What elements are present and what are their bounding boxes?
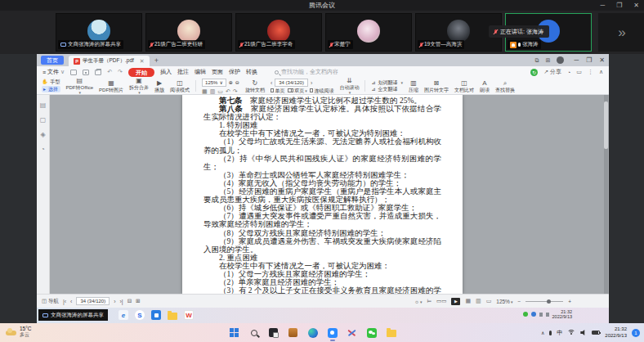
video-thumbnail-screenshare[interactable]: 文商张海涛的屏幕共享 (56, 13, 142, 52)
read-mode-button[interactable]: ◫阅读模式 (170, 79, 190, 92)
ribbon-tab-protect[interactable]: 保护 (229, 68, 240, 76)
zoom-select[interactable]: 125% ∨ (202, 79, 226, 87)
attachment-panel-icon[interactable]: ◔ (41, 146, 45, 153)
next-page-icon[interactable]: › (311, 80, 312, 86)
prev-page-icon[interactable]: ‹ (271, 80, 272, 86)
video-thumbnail[interactable]: 21级广告二班李宇奇 (235, 13, 322, 52)
prev-page-icon[interactable]: ‹ (70, 299, 72, 304)
double-page-button[interactable]: 双页 (288, 88, 307, 93)
page-layout-icon[interactable]: ▭▭ (436, 298, 446, 304)
collapse-videos-button[interactable]: » (598, 13, 644, 52)
more-icon[interactable]: ⋮ (588, 69, 593, 75)
page-indicator-field[interactable]: 34 (34/120) (76, 297, 110, 305)
notification-badge[interactable]: 1 (632, 329, 640, 337)
account-avatar[interactable] (557, 56, 564, 64)
fit-width-icon[interactable]: ▥ (210, 88, 216, 94)
pic-to-text-button[interactable]: ⊠图片转文字 (424, 79, 449, 92)
annotation-panel-icon[interactable]: ◈ (40, 131, 45, 138)
search-button[interactable] (248, 327, 259, 338)
start-button[interactable] (229, 327, 239, 338)
folder-icon[interactable] (168, 313, 177, 320)
wps-restore-icon[interactable]: ❐ (586, 56, 592, 64)
ribbon-tab-edit[interactable]: 编辑 (195, 68, 206, 76)
new-tab-button[interactable]: + (154, 56, 159, 65)
vertical-scrollbar[interactable] (604, 95, 608, 294)
bookmark-panel-icon[interactable]: ▢ (40, 116, 47, 124)
hand-mode-icon[interactable]: ⊨ (427, 298, 432, 304)
undo-icon[interactable]: ↶ (107, 69, 112, 75)
compress-button[interactable]: ▥压缩 (409, 79, 418, 92)
actual-size-icon[interactable]: ▭ (217, 88, 223, 94)
fit-page-icon[interactable]: ▦ (202, 88, 208, 94)
app-icon-box[interactable] (288, 327, 298, 338)
minimize-icon[interactable]: ─ (600, 2, 605, 9)
find-replace-button[interactable]: ⌕查找替换 (495, 79, 515, 92)
zoom-in-icon[interactable]: ⊕ (229, 80, 233, 85)
forward-location-icon[interactable]: ⊞ (136, 298, 140, 304)
tab-close-icon[interactable]: ✕ (140, 58, 145, 65)
file-menu[interactable]: ≡ 文件 ∨ (42, 68, 65, 76)
tencent-meeting-icon[interactable] (327, 327, 338, 338)
tray-icon[interactable] (546, 313, 549, 317)
close-icon[interactable]: ✕ (633, 2, 639, 9)
tray-mic-icon[interactable] (549, 331, 552, 335)
doc-compare-button[interactable]: ◫文档比对 (454, 79, 474, 92)
browser-s-icon[interactable]: S (135, 310, 145, 320)
last-page-icon[interactable]: ›| (120, 299, 123, 304)
rotate-right-icon[interactable]: ↷ (233, 88, 238, 94)
open-icon[interactable] (70, 70, 77, 75)
first-page-icon[interactable]: |‹ (63, 299, 66, 304)
file-explorer-icon[interactable] (386, 327, 396, 338)
wps-close-icon[interactable]: ✕ (599, 56, 605, 64)
zoom-minus-icon[interactable]: − (517, 299, 521, 304)
ribbon-tab-insert[interactable]: 插入 (160, 68, 172, 76)
snip-tool-icon[interactable] (347, 327, 357, 338)
pdf-to-image-button[interactable]: ▦PDF转图片 (99, 79, 123, 92)
comment-icon[interactable]: ▭ (576, 69, 582, 75)
zoom-plus-icon[interactable]: + (568, 299, 571, 304)
back-location-icon[interactable]: ⊟ (127, 298, 132, 304)
select-tool-button[interactable]: ▸ 选择 (42, 86, 60, 92)
ribbon-tab-annotate[interactable]: 批注 (177, 68, 189, 76)
outline-panel-icon[interactable]: ▤ (40, 101, 47, 109)
actual-size-icon[interactable]: ▭ (486, 298, 492, 304)
wps-app-icon[interactable]: W (184, 310, 194, 320)
meeting-app-icon[interactable] (151, 310, 161, 320)
collapse-ribbon-icon[interactable]: ∧ (599, 69, 603, 75)
task-view-button[interactable] (268, 327, 279, 338)
page-indicator-field[interactable]: 34 (34/120) (275, 79, 308, 87)
zoom-slider[interactable] (525, 301, 563, 302)
word-translate-button[interactable]: ⊿ 划词翻译 (371, 80, 403, 85)
redo-icon[interactable]: ↷ (118, 69, 123, 75)
ime-indicator[interactable]: 中 (557, 329, 562, 337)
auto-scroll-button[interactable]: ⇊自动滚动 (339, 77, 359, 95)
share-button[interactable]: ↗ 分享 (543, 68, 561, 76)
read-aloud-button[interactable]: A朗读 (480, 79, 490, 92)
save-icon[interactable] (83, 70, 89, 75)
split-view-icon[interactable]: ⧉ (535, 57, 539, 64)
fit-page-icon[interactable]: ▦ (465, 298, 471, 304)
tray-icon[interactable] (539, 313, 543, 317)
zoom-level-label[interactable]: 125% (496, 299, 512, 304)
clock[interactable]: 21:32 2022/9/13 (605, 326, 627, 339)
presenter-clock[interactable]: 21:32 2022/9/13 (552, 309, 572, 320)
search-input[interactable]: 查找功能，全文档内容 (275, 68, 338, 76)
wechat-icon[interactable] (366, 327, 377, 338)
print-icon[interactable] (95, 70, 101, 75)
ribbon-tab-page[interactable]: 页面 (212, 68, 223, 76)
eye-protect-icon[interactable]: ☼ (414, 299, 422, 304)
ribbon-tab-convert[interactable]: 转换 (246, 68, 257, 76)
zoom-out-icon[interactable]: ⊖ (235, 80, 239, 85)
wifi-icon[interactable] (567, 330, 575, 336)
tray-icon-green[interactable] (523, 312, 528, 317)
tab-home[interactable]: 首页 (41, 56, 64, 65)
edge-browser-icon[interactable] (307, 327, 318, 338)
continuous-read-button[interactable]: 连续阅读 (310, 88, 334, 93)
split-merge-button[interactable]: ▣拆分合并 (129, 77, 149, 95)
speaker-icon[interactable] (580, 330, 587, 336)
settings-icon[interactable]: ◔ (567, 70, 570, 75)
cloud-sync-icon[interactable]: ↻ (530, 69, 538, 76)
full-translate-button[interactable]: ⊿ 全文翻译 (371, 87, 403, 92)
video-thumbnail[interactable]: 21级广告二班史钰研 (145, 13, 232, 52)
tab-document[interactable]: P 学生手册（PDF）.pdf ✕ (69, 56, 150, 66)
